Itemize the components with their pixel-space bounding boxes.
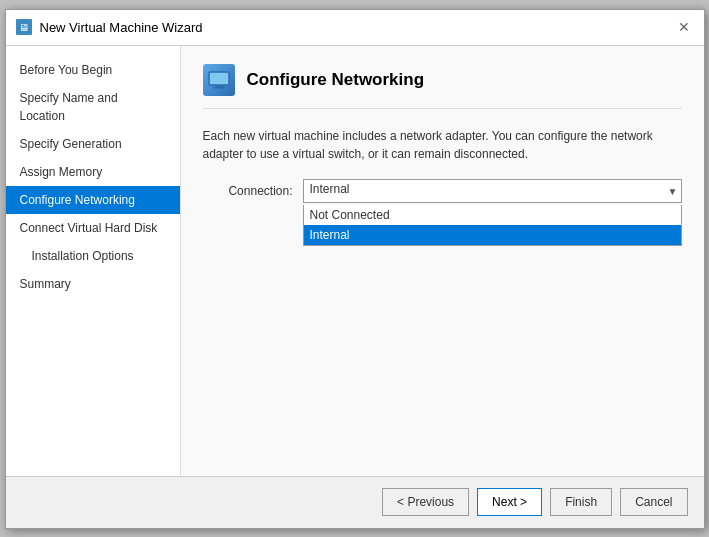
sidebar-item-specify-generation[interactable]: Specify Generation: [6, 130, 180, 158]
description-text: Each new virtual machine includes a netw…: [203, 127, 682, 163]
connection-row: Connection: Internal ▼ Not Connected Int…: [203, 179, 682, 203]
dialog-window: 🖥 New Virtual Machine Wizard ✕ Before Yo…: [5, 9, 705, 529]
dialog-icon: 🖥: [16, 19, 32, 35]
close-button[interactable]: ✕: [674, 17, 694, 37]
next-button[interactable]: Next >: [477, 488, 542, 516]
dialog-body: Before You Begin Specify Name and Locati…: [6, 46, 704, 476]
previous-button[interactable]: < Previous: [382, 488, 469, 516]
svg-rect-1: [215, 85, 223, 87]
page-title: Configure Networking: [247, 70, 425, 90]
dialog-title: New Virtual Machine Wizard: [40, 20, 203, 35]
sidebar-item-assign-memory[interactable]: Assign Memory: [6, 158, 180, 186]
connection-select-display[interactable]: Internal: [303, 179, 682, 203]
finish-button[interactable]: Finish: [550, 488, 612, 516]
dropdown-option-not-connected[interactable]: Not Connected: [304, 205, 681, 225]
cancel-button[interactable]: Cancel: [620, 488, 687, 516]
sidebar-item-configure-networking[interactable]: Configure Networking: [6, 186, 180, 214]
connection-select-wrapper: Internal ▼ Not Connected Internal: [303, 179, 682, 203]
svg-rect-2: [213, 87, 225, 89]
sidebar: Before You Begin Specify Name and Locati…: [6, 46, 181, 476]
connection-dropdown: Not Connected Internal: [303, 205, 682, 246]
svg-rect-0: [209, 72, 229, 85]
connection-label: Connection:: [203, 184, 293, 198]
title-bar-left: 🖥 New Virtual Machine Wizard: [16, 19, 203, 35]
dropdown-option-internal[interactable]: Internal: [304, 225, 681, 245]
page-icon: [203, 64, 235, 96]
sidebar-item-specify-name[interactable]: Specify Name and Location: [6, 84, 180, 130]
sidebar-item-summary[interactable]: Summary: [6, 270, 180, 298]
title-bar: 🖥 New Virtual Machine Wizard ✕: [6, 10, 704, 46]
page-header: Configure Networking: [203, 64, 682, 109]
main-content: Configure Networking Each new virtual ma…: [181, 46, 704, 476]
sidebar-item-before-you-begin[interactable]: Before You Begin: [6, 56, 180, 84]
sidebar-item-installation-options[interactable]: Installation Options: [6, 242, 180, 270]
footer: < Previous Next > Finish Cancel: [6, 476, 704, 528]
sidebar-item-connect-hard-disk[interactable]: Connect Virtual Hard Disk: [6, 214, 180, 242]
